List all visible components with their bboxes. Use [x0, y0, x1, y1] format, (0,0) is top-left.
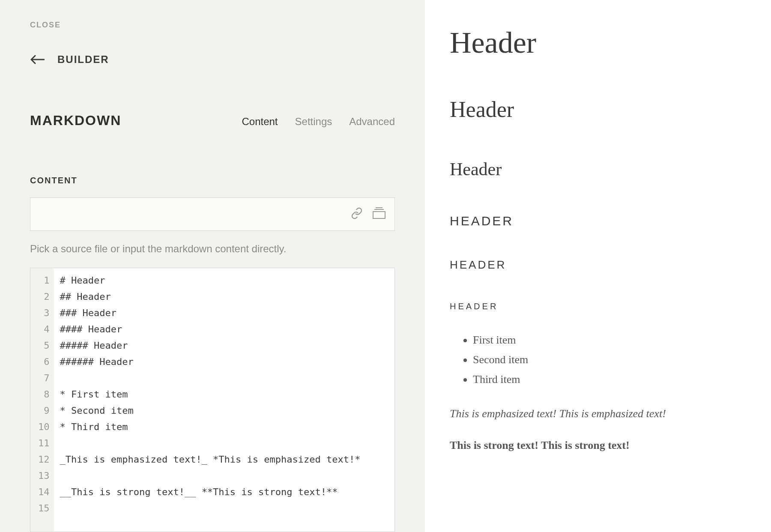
editor-panel: CLOSE BUILDER MARKDOWN Content Settings … [0, 0, 425, 532]
preview-panel: Header Header Header HEADER HEADER HEADE… [425, 0, 771, 532]
editor-code[interactable]: # Header## Header### Header#### Header##… [54, 268, 395, 532]
list-item: Third item [473, 373, 746, 386]
preview-strong: This is strong text! This is strong text… [450, 439, 746, 452]
tab-settings[interactable]: Settings [295, 116, 332, 128]
tab-content[interactable]: Content [242, 116, 278, 128]
stack-icon[interactable] [372, 207, 386, 221]
preview-emphasized: This is emphasized text! This is emphasi… [450, 407, 746, 420]
link-icon[interactable] [351, 207, 363, 221]
preview-h5: HEADER [450, 258, 746, 272]
preview-h3: Header [450, 159, 746, 179]
builder-label: BUILDER [57, 54, 109, 66]
preview-h6: HEADER [450, 302, 746, 311]
svg-rect-0 [373, 212, 385, 218]
preview-h1: Header [450, 26, 746, 60]
builder-breadcrumb: BUILDER [30, 54, 395, 66]
source-hint: Pick a source file or input the markdown… [30, 243, 395, 255]
list-item: First item [473, 334, 746, 347]
title-row: MARKDOWN Content Settings Advanced [30, 113, 395, 129]
panel-title: MARKDOWN [30, 113, 121, 129]
close-button[interactable]: CLOSE [30, 21, 395, 30]
preview-h2: Header [450, 97, 746, 122]
preview-list: First item Second item Third item [450, 334, 746, 386]
content-section-label: CONTENT [30, 176, 395, 185]
preview-h4: HEADER [450, 214, 746, 228]
back-arrow-icon[interactable] [30, 54, 45, 65]
tab-advanced[interactable]: Advanced [349, 116, 395, 128]
tabs: Content Settings Advanced [242, 116, 395, 128]
markdown-editor[interactable]: 123456789101112131415 # Header## Header#… [30, 268, 395, 532]
list-item: Second item [473, 353, 746, 366]
source-input-bar[interactable] [30, 197, 395, 231]
editor-gutter: 123456789101112131415 [30, 268, 54, 532]
